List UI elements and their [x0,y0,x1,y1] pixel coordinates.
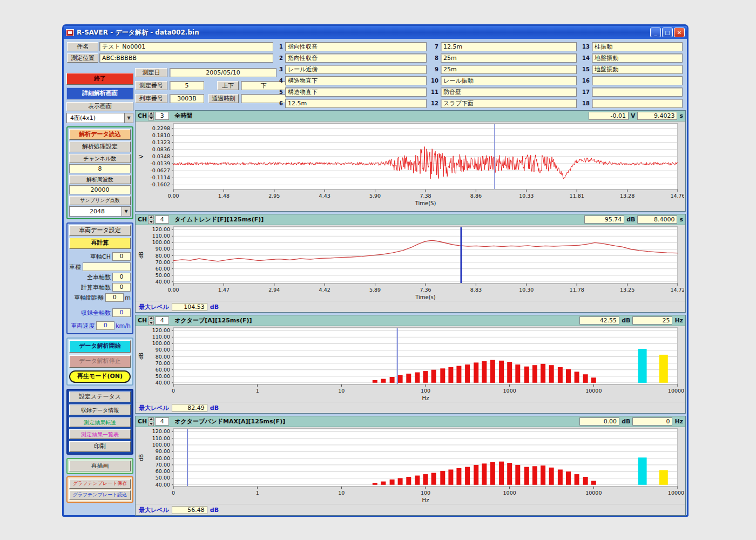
load-analysis-data-button[interactable]: 解析データ読込 [69,129,131,140]
channel-number-label: 12 [427,99,438,108]
chevron-down-icon[interactable]: ▼ [124,113,133,123]
subject-field[interactable]: テスト No0001 [99,42,273,51]
report-group: 設定ステータス 収録データ情報 測定結果転送 測定結果一覧表 印刷 [66,389,133,455]
svg-text:1.47: 1.47 [218,287,230,293]
channel-number-label: 15 [578,65,590,74]
channel-name-field[interactable]: レール振動 [441,76,577,85]
channel-name-field[interactable]: レール近傍 [285,65,427,74]
waveform-chart[interactable]: 0.22980.18100.13230.08360.0348-0.0139-0.… [136,122,685,211]
spinner-up-icon[interactable] [148,112,154,116]
channel-name-field[interactable] [592,99,683,108]
display-mode-select[interactable]: 4面(4x1) ▼ [66,113,133,123]
vehicle-data-settings-button[interactable]: 車両データ設定 [69,225,131,236]
ch-number-field[interactable]: 4 [155,215,169,224]
ch-label: CH [138,216,147,223]
spinner-down-icon[interactable] [148,116,154,120]
recorded-data-info-button[interactable]: 収録データ情報 [69,404,131,415]
frequency-unit: Hz [674,317,683,324]
channel-name-field[interactable]: 指向性収音 [285,53,427,63]
recorded-axles-field[interactable]: 0 [112,308,131,317]
svg-text:100.00: 100.00 [152,442,170,448]
channel-name-field[interactable]: 防音壁 [441,87,577,97]
channel-name-field[interactable]: 12.5m [441,42,577,51]
redraw-button[interactable]: 再描画 [69,461,131,471]
result-transfer-button[interactable]: 測定結果転送 [69,417,131,427]
svg-text:60.00: 60.00 [156,367,170,373]
sampling-points-select[interactable]: 2048 ▼ [69,206,131,217]
spinner-up-icon[interactable] [148,417,154,422]
max-level-label: 最大レベル [139,404,169,412]
template-load-button[interactable]: グラフテンプレート読込 [69,490,131,500]
playback-mode-button[interactable]: 再生モード(ON) [69,370,131,383]
svg-text:100.00: 100.00 [152,239,170,245]
ch-spinner[interactable] [148,215,154,224]
channel-name-field[interactable] [592,87,683,97]
svg-text:1.48: 1.48 [218,193,230,199]
svg-text:100.00: 100.00 [152,340,170,346]
channel-name-field[interactable]: 地盤振動 [592,65,683,74]
data-analysis-start-button[interactable]: データ解析開始 [69,340,131,353]
channel-count-label: チャンネル数 [69,154,131,163]
ch-number-field[interactable]: 4 [155,316,169,325]
train-number-field[interactable]: 3003B [170,94,204,103]
settings-status-button[interactable]: 設定ステータス [69,392,131,402]
ch-spinner[interactable] [148,417,154,426]
measure-position-field[interactable]: ABC:BBBBB [99,53,273,63]
channel-name-field[interactable]: 12.5m [285,99,427,108]
sidebar: 終了 詳細解析画面 表示画面 4面(4x1) ▼ 解析データ読込 解析処理設定 … [66,73,133,503]
analysis-frequency-label: 解析周波数 [69,175,131,184]
timetrend-chart[interactable]: 120.00110.00100.0090.0080.0070.0060.0050… [136,225,685,301]
channel-name-field[interactable]: 25m [441,65,577,74]
channel-name-field[interactable]: 地盤振動 [592,53,683,63]
vehicle-type-field[interactable] [83,262,131,271]
measure-number-field[interactable]: 5 [170,81,204,90]
channel-name-field[interactable]: スラブ下面 [441,99,577,108]
ch-number-field[interactable]: 3 [155,112,169,120]
spinner-down-icon[interactable] [148,220,154,224]
spinner-down-icon[interactable] [148,422,154,426]
svg-text:7.38: 7.38 [420,193,431,199]
svg-text:70.00: 70.00 [156,360,170,366]
subject-label: 件名 [67,42,98,51]
total-axles-field[interactable]: 0 [112,273,131,281]
axle-distance-field[interactable]: 0 [105,293,124,302]
channel-name-field[interactable]: 指向性収音 [285,42,427,51]
vehicle-speed-field[interactable]: 0 [96,321,114,330]
svg-text:13.25: 13.25 [620,287,634,293]
spinner-down-icon[interactable] [148,321,154,325]
channel-name-field[interactable]: 25m [441,53,577,63]
recalculate-button[interactable]: 再計算 [69,238,131,249]
ch-spinner[interactable] [148,316,154,325]
svg-text:10: 10 [338,490,345,496]
result-list-button[interactable]: 測定結果一覧表 [69,429,131,439]
channel-name-field[interactable] [592,76,683,85]
chevron-down-icon[interactable]: ▼ [122,207,130,216]
max-level-unit: dB [210,507,219,514]
svg-text:7.36: 7.36 [420,287,431,293]
ch-spinner[interactable] [148,112,154,120]
svg-text:50.00: 50.00 [156,272,170,278]
channel-name-field[interactable]: 構造物直下 [285,76,427,85]
channel-name-field[interactable]: 柱振動 [592,42,683,51]
minimize-button[interactable]: _ [650,28,661,37]
channel-name-field[interactable]: 構造物直下 [285,87,427,97]
analysis-settings-button[interactable]: 解析処理設定 [69,141,131,152]
detail-analysis-button[interactable]: 詳細解析画面 [66,87,133,99]
maximize-button[interactable]: □ [662,28,673,37]
total-axles-label: 全車軸数 [87,273,111,281]
spinner-up-icon[interactable] [148,316,154,321]
calc-axles-field[interactable]: 0 [112,283,131,292]
data-analysis-stop-button[interactable]: データ解析停止 [69,355,131,368]
print-button[interactable]: 印刷 [69,441,131,452]
template-save-button[interactable]: グラフテンプレート保存 [69,479,131,489]
spinner-up-icon[interactable] [148,215,154,220]
axle-ch-field[interactable]: 0 [112,252,131,261]
octave-max-chart[interactable]: 120.00110.00100.0090.0080.0070.0060.0050… [136,427,685,504]
cursor-time-value: 9.4023 [637,112,677,120]
measure-date-field[interactable]: 2005/05/10 [170,68,276,77]
end-button[interactable]: 終了 [66,73,133,85]
octave-chart[interactable]: 120.00110.00100.0090.0080.0070.0060.0050… [136,326,685,402]
titlebar[interactable]: R-SAVER - データ解析 - data002.bin _ □ ✕ [64,26,687,39]
ch-number-field[interactable]: 4 [155,417,169,426]
close-button[interactable]: ✕ [674,28,685,37]
